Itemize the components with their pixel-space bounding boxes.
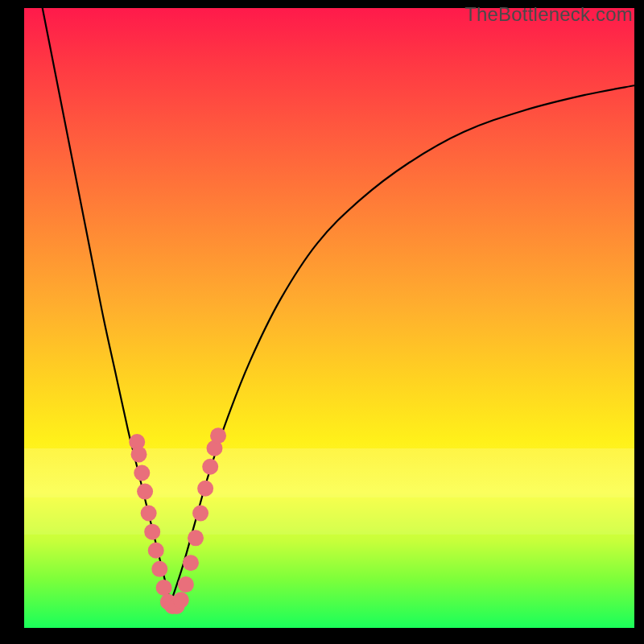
data-marker — [173, 592, 189, 608]
data-marker — [151, 561, 167, 577]
data-marker — [197, 481, 213, 497]
data-marker — [156, 580, 172, 596]
data-marker — [178, 576, 194, 592]
data-marker — [134, 465, 150, 481]
plot-area — [24, 8, 634, 628]
curves-layer — [24, 8, 634, 628]
data-marker — [183, 555, 199, 571]
data-marker — [202, 459, 218, 475]
data-marker — [192, 506, 208, 522]
data-marker — [137, 484, 153, 500]
data-marker — [210, 427, 226, 444]
bottleneck-curve-right-branch — [171, 85, 634, 603]
chart-frame: TheBottleneck.com — [0, 0, 644, 644]
data-marker — [131, 446, 147, 462]
data-marker — [148, 543, 164, 559]
data-marker — [144, 524, 160, 540]
data-marker — [188, 530, 204, 546]
data-marker — [141, 506, 157, 522]
